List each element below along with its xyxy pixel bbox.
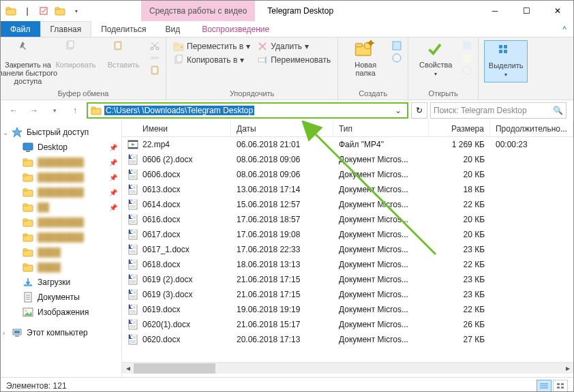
file-name: 0614.docx <box>142 200 180 209</box>
sidebar-pictures[interactable]: Изображения <box>1 305 121 320</box>
search-icon[interactable]: 🔍 <box>553 106 563 115</box>
ribbon-collapse-icon[interactable]: ^ <box>556 21 573 37</box>
file-size: 23 КБ <box>429 245 490 254</box>
select-button[interactable]: Выделить▾ <box>484 40 528 82</box>
minimize-button[interactable]: ─ <box>479 1 511 21</box>
file-icon <box>127 334 138 345</box>
ribbon-group-new: Новая папка Создать <box>338 37 408 100</box>
delete-button[interactable]: Удалить ▾ <box>256 40 332 52</box>
sidebar-documents[interactable]: Документы <box>1 290 121 305</box>
sidebar-item[interactable]: ████████📌 <box>1 170 121 185</box>
app-icon[interactable] <box>3 3 18 18</box>
file-row[interactable]: 0619.docx19.06.2018 19:19Документ Micros… <box>122 302 573 317</box>
sidebar-quick-access[interactable]: ⌄ Быстрый доступ <box>1 125 121 140</box>
file-type: Документ Micros... <box>333 200 429 209</box>
file-row[interactable]: 0620(1).docx21.06.2018 15:17Документ Mic… <box>122 317 573 332</box>
file-date: 19.06.2018 19:19 <box>231 305 333 314</box>
qat-properties-icon[interactable] <box>36 3 51 18</box>
nav-forward-button[interactable]: → <box>25 102 43 119</box>
ribbon-group-open: Свойства▾ Открыть <box>408 37 479 100</box>
scroll-thumb[interactable] <box>134 363 215 374</box>
rename-button[interactable]: Переименовать <box>256 54 332 66</box>
file-name: 0617.docx <box>142 230 180 239</box>
sidebar-desktop[interactable]: Desktop 📌 <box>1 140 121 155</box>
file-icon <box>127 274 138 285</box>
file-type: Документ Micros... <box>333 245 429 254</box>
col-type[interactable]: Тип <box>333 121 429 136</box>
svg-rect-51 <box>463 42 471 50</box>
col-size[interactable]: Размера <box>429 121 490 136</box>
paste-shortcut-icon[interactable] <box>149 65 160 76</box>
cut-icon[interactable] <box>149 40 160 51</box>
address-dropdown-icon[interactable]: ⌄ <box>392 106 404 115</box>
sidebar-item[interactable]: ████ <box>1 245 121 260</box>
nav-up-button[interactable]: ↑ <box>66 102 84 119</box>
qat-folder-icon[interactable] <box>52 3 67 18</box>
easy-access-icon[interactable] <box>391 52 402 63</box>
file-row[interactable]: 0618.docx18.06.2018 13:13Документ Micros… <box>122 257 573 272</box>
file-row[interactable]: 0619 (3).docx21.06.2018 17:15Документ Mi… <box>122 287 573 302</box>
nav-history-dropdown[interactable]: ▾ <box>46 102 63 119</box>
sidebar-item[interactable]: ████ <box>1 260 121 275</box>
view-large-icons-button[interactable] <box>553 380 568 392</box>
maximize-button[interactable]: ☐ <box>511 1 542 21</box>
file-row[interactable]: 0619 (2).docx21.06.2018 17:15Документ Mi… <box>122 272 573 287</box>
pin-to-quick-access-button[interactable]: Закрепить на панели быстрого доступа <box>6 40 50 85</box>
sidebar-item[interactable]: ████████📌 <box>1 185 121 200</box>
file-size: 1 269 КБ <box>429 140 490 149</box>
file-row[interactable]: 22.mp406.06.2018 21:01Файл "MP4"1 269 КБ… <box>122 137 573 152</box>
sidebar-item[interactable]: ████████📌 <box>1 155 121 170</box>
sidebar-item[interactable]: ████████ <box>1 215 121 230</box>
sidebar-item[interactable]: ██📌 <box>1 200 121 215</box>
folder-icon <box>22 157 33 168</box>
copy-to-button[interactable]: Копировать в ▾ <box>172 54 252 66</box>
qat-dropdown-icon[interactable]: ▾ <box>69 3 84 18</box>
address-path[interactable]: C:\Users\ \Downloads\Telegram Desktop <box>104 106 254 115</box>
file-row[interactable]: 0613.docx13.06.2018 17:14Документ Micros… <box>122 182 573 197</box>
file-icon <box>127 319 138 330</box>
history-icon[interactable] <box>462 65 472 76</box>
file-row[interactable]: 0606 (2).docx08.06.2018 09:06Документ Mi… <box>122 152 573 167</box>
qat-separator: | <box>20 3 35 18</box>
new-folder-button[interactable]: Новая папка <box>344 40 387 77</box>
copy-path-icon[interactable] <box>149 52 160 63</box>
refresh-button[interactable]: ↻ <box>411 102 427 119</box>
col-name[interactable]: Имени <box>122 121 231 136</box>
horizontal-scrollbar[interactable]: ◂ ▸ <box>122 362 573 374</box>
file-row[interactable]: 0620.docx20.06.2018 17:13Документ Micros… <box>122 332 573 347</box>
folder-icon <box>91 105 102 116</box>
new-item-icon[interactable] <box>391 40 402 51</box>
copy-button[interactable]: Копировать <box>54 40 97 69</box>
file-date: 17.06.2018 19:08 <box>231 230 333 239</box>
address-bar[interactable]: C:\Users\ \Downloads\Telegram Desktop ⌄ <box>87 102 408 119</box>
paste-button[interactable]: Вставить <box>102 40 145 69</box>
tab-playback[interactable]: Воспроизведение <box>192 21 279 37</box>
scroll-left-icon[interactable]: ◂ <box>122 363 134 373</box>
tab-share[interactable]: Поделиться <box>91 21 155 37</box>
col-date[interactable]: Даты <box>231 121 333 136</box>
file-row[interactable]: 0606.docx08.06.2018 09:06Документ Micros… <box>122 167 573 182</box>
file-row[interactable]: 0614.docx15.06.2018 12:57Документ Micros… <box>122 197 573 212</box>
sidebar-this-pc[interactable]: › Этот компьютер <box>1 325 121 340</box>
view-details-button[interactable] <box>537 380 552 392</box>
tab-view[interactable]: Вид <box>155 21 190 37</box>
close-button[interactable]: ✕ <box>542 1 573 21</box>
file-row[interactable]: 0617.docx17.06.2018 19:08Документ Micros… <box>122 227 573 242</box>
file-name: 0617_1.docx <box>142 245 190 254</box>
file-row[interactable]: 0616.docx17.06.2018 18:57Документ Micros… <box>122 212 573 227</box>
properties-button[interactable]: Свойства▾ <box>414 40 457 78</box>
tab-file[interactable]: Файл <box>1 21 40 37</box>
sidebar-downloads[interactable]: Загрузки <box>1 275 121 290</box>
move-to-button[interactable]: Переместить в ▾ <box>172 40 252 52</box>
file-size: 20 КБ <box>429 155 490 164</box>
nav-back-button[interactable]: ← <box>5 102 22 119</box>
file-row[interactable]: 0617_1.docx17.06.2018 22:33Документ Micr… <box>122 242 573 257</box>
edit-icon[interactable] <box>462 52 472 63</box>
tab-home[interactable]: Главная <box>40 21 92 37</box>
col-duration[interactable]: Продолжительно... <box>490 121 573 136</box>
search-box[interactable]: Поиск: Telegram Desktop 🔍 <box>430 102 567 119</box>
ribbon: Закрепить на панели быстрого доступа Коп… <box>1 37 573 100</box>
sidebar-item[interactable]: ████████ <box>1 230 121 245</box>
open-icon[interactable] <box>462 40 472 51</box>
scroll-right-icon[interactable]: ▸ <box>562 363 573 373</box>
